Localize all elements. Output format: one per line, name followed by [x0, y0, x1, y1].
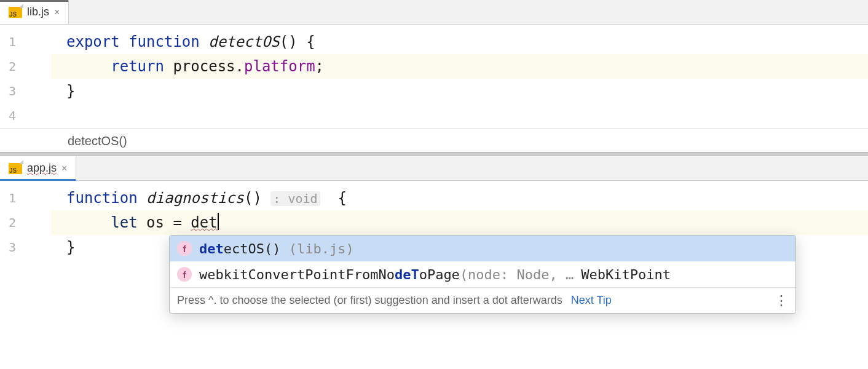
file-tab-lib[interactable]: lib.js × — [0, 0, 69, 24]
line-number: 2 — [0, 54, 52, 79]
next-tip-link[interactable]: Next Tip — [571, 294, 612, 307]
code-line[interactable]: } — [52, 79, 868, 103]
line-number: 1 — [0, 186, 52, 210]
code-area-top[interactable]: export function detectOS() { return proc… — [52, 25, 868, 128]
tab-bar-bottom: app.js × — [0, 156, 868, 181]
function-icon: f — [177, 241, 192, 256]
breadcrumb[interactable]: detectOS() — [0, 128, 868, 153]
line-number: 2 — [0, 210, 52, 235]
line-number: 3 — [0, 79, 52, 103]
code-line[interactable]: let os = det — [52, 210, 868, 235]
inlay-hint: : void — [270, 191, 320, 206]
completion-popup: f detectOS() (lib.js) f webkitConvertPoi… — [169, 235, 796, 314]
js-file-icon — [9, 7, 22, 18]
tab-bar-top: lib.js × — [0, 0, 868, 25]
code-line[interactable]: function diagnostics() : void { — [52, 186, 868, 210]
completion-item[interactable]: f webkitConvertPointFromNodeToPage(node:… — [170, 261, 795, 287]
completion-text: webkitConvertPointFromNodeToPage(node: N… — [199, 267, 574, 282]
completion-hint: Press ^. to choose the selected (or firs… — [177, 294, 562, 307]
editor-pane-top: lib.js × 1 2 3 4 export function detectO… — [0, 0, 868, 153]
completion-item[interactable]: f detectOS() (lib.js) — [170, 236, 795, 261]
tab-filename: lib.js — [27, 6, 49, 18]
tab-filename: app.js — [27, 162, 57, 175]
js-file-icon — [9, 163, 22, 174]
gutter-bottom: 1 2 3 — [0, 181, 52, 260]
close-icon[interactable]: × — [54, 7, 60, 18]
line-number: 1 — [0, 30, 52, 54]
code-line[interactable]: export function detectOS() { — [52, 30, 868, 54]
completion-text: detectOS() (lib.js) — [199, 241, 354, 256]
function-icon: f — [177, 267, 192, 282]
line-number: 3 — [0, 235, 52, 260]
completion-footer: Press ^. to choose the selected (or firs… — [170, 287, 795, 313]
completion-type: WebKitPoint — [581, 267, 671, 282]
kebab-icon[interactable]: ⋮ — [775, 294, 788, 308]
code-editor-top[interactable]: 1 2 3 4 export function detectOS() { ret… — [0, 25, 868, 128]
text-cursor — [218, 213, 219, 230]
gutter-top: 1 2 3 4 — [0, 25, 52, 128]
code-line[interactable]: return process.platform; — [52, 54, 868, 79]
code-line[interactable] — [52, 103, 868, 128]
file-tab-app[interactable]: app.js × — [0, 156, 76, 180]
line-number: 4 — [0, 103, 52, 128]
close-icon[interactable]: × — [61, 163, 67, 174]
